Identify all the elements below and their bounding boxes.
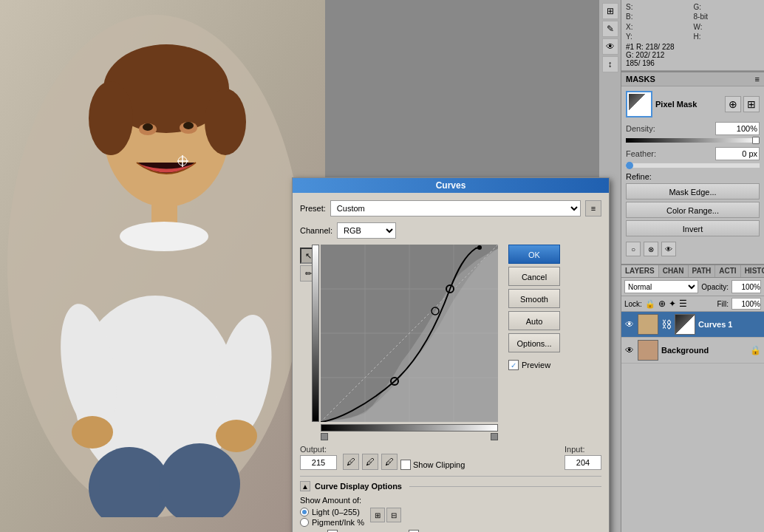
svg-point-16 [72,416,113,449]
light-label: Light (0–255) [312,508,360,516]
preview-label: Preview [522,361,550,369]
tab-paths[interactable]: PATH [689,265,716,277]
eyedropper-gray-btn[interactable]: 🖊 [362,454,378,470]
curves-main-area: ↖ ✏ [300,245,601,442]
feather-input[interactable] [715,147,760,160]
mask-icon-1[interactable]: ○ [626,242,641,256]
show-amount-group: Show Amount of: Light (0–255) Pigment/In… [300,496,364,527]
section-toggle-btn[interactable]: ▲ [300,481,310,491]
color-range-btn[interactable]: Color Range... [626,202,760,218]
curves1-thumb [638,314,658,335]
tab-actions[interactable]: ACTI [715,265,740,277]
layer-item-background[interactable]: 👁 Background 🔒 [621,338,764,364]
blend-mode-select[interactable]: Normal [624,280,698,293]
preset-options-btn[interactable]: ≡ [585,200,601,216]
pixel-mask-label: Pixel Mask [655,100,697,109]
lock-icon[interactable]: 🔒 [645,299,655,309]
bottom-gradient-bar [321,424,498,432]
tool-btn-3[interactable]: 👁 [602,38,618,55]
h-label: H: [694,33,760,41]
auto-btn[interactable]: Auto [508,311,560,330]
pigment-radio[interactable] [300,518,309,527]
tab-history[interactable]: HISTC [741,265,764,277]
ok-btn[interactable]: OK [508,245,560,264]
mask-thumbnail [626,91,652,117]
lock-label: Lock: [624,300,642,308]
background-lock-icon: 🔒 [750,345,761,355]
output-value[interactable] [300,455,337,470]
pigment-radio-row: Pigment/Ink % [300,518,364,527]
left-gradient-bar [312,245,319,422]
mask-edge-btn[interactable]: Mask Edge... [626,183,760,200]
invert-btn[interactable]: Invert [626,220,760,236]
tool-btn-4[interactable]: ↕ [602,56,618,72]
background-thumb [638,340,658,361]
mask-icon-3[interactable]: 👁 [661,242,676,256]
input-value[interactable] [565,455,601,470]
show-clipping-checkbox[interactable] [400,460,411,470]
input-right-handle[interactable] [491,433,498,440]
lock-icon-4[interactable]: ☰ [679,299,687,309]
eyedropper-white-btn[interactable]: 🖊 [381,454,398,470]
mask-icon-2[interactable]: ⊗ [644,242,658,256]
options-btn[interactable]: Options... [508,333,560,352]
channel-row: Channel: RGB [300,222,601,239]
w-label: W: [694,23,760,31]
tool-btn-1[interactable]: ⊞ [602,3,618,19]
mask-add-btn[interactable]: ⊕ [725,96,741,112]
layers-panel: LAYERS CHAN PATH ACTI HISTC ≡ Normal Opa… [621,264,764,364]
curves-graph[interactable] [321,245,498,422]
feather-label: Feather: [626,149,656,158]
eyedropper-black-btn[interactable]: 🖊 [343,454,359,470]
input-left-handle[interactable] [321,433,328,440]
channel-label: Channel: [300,226,332,235]
feather-slider-handle[interactable] [626,162,633,169]
tab-channels[interactable]: CHAN [659,265,689,277]
cancel-btn[interactable]: Cancel [508,267,560,286]
workspace: ⊞ ✎ 👁 ↕ S: G: B: 8-bit X: W: Y: H: #1 R:… [0,0,764,532]
display-options-content: Show Amount of: Light (0–255) Pigment/In… [300,496,601,527]
y-coord: Y: [626,33,692,41]
masks-panel: MASKS ≡ Pixel Mask ⊕ ⊞ Density: [621,71,764,264]
density-slider-handle[interactable] [752,137,760,144]
mask-options-btn[interactable]: ⊞ [743,96,760,112]
right-panel: S: G: B: 8-bit X: W: Y: H: #1 R: 218/ 22… [621,0,764,532]
masks-menu-icon[interactable]: ≡ [755,75,760,83]
density-input[interactable] [715,122,760,135]
channel-select[interactable]: RGB [337,222,396,239]
tab-layers[interactable]: LAYERS [621,265,659,277]
show-clipping-label: Show Clipping [413,460,465,469]
dialog-body: Preset: Custom ≡ Channel: RGB ↖ ✏ [293,193,609,532]
graph-wrapper [321,245,498,442]
smooth-btn[interactable]: Smooth [508,289,560,308]
density-slider-track[interactable] [626,138,760,143]
s-label: S: [626,3,692,11]
mask-thumb-inner [629,94,649,115]
tool-btn-2[interactable]: ✎ [602,21,618,37]
svg-point-17 [216,420,257,452]
refine-label: Refine: [626,172,760,181]
input-label: Input: [565,445,601,454]
show-amount-label: Show Amount of: [300,496,361,505]
lock-icon-3[interactable]: ✦ [669,299,676,309]
grid-4x4-icon[interactable]: ⊞ [370,508,385,522]
fill-input[interactable] [731,298,761,310]
layers-tabs: LAYERS CHAN PATH ACTI HISTC ≡ [621,265,764,278]
svg-point-4 [89,81,133,155]
light-radio[interactable] [300,508,309,516]
input-group: Input: [565,445,601,470]
opacity-input[interactable] [731,280,761,293]
b-label: B: [626,13,692,21]
masks-label: MASKS [626,75,655,83]
curves1-visibility[interactable]: 👁 [624,319,635,330]
layer-item-curves1[interactable]: 👁 ⛓ Curves 1 [621,312,764,338]
grid-icons: ⊞ ⊟ [370,508,401,522]
lock-icon-2[interactable]: ⊕ [658,299,666,309]
feather-slider-track[interactable] [626,163,760,168]
grid-10x10-icon[interactable]: ⊟ [386,508,401,522]
radio-group: Light (0–255) Pigment/Ink % [300,508,364,527]
feather-row: Feather: [626,147,760,160]
background-visibility[interactable]: 👁 [624,345,635,355]
preview-checkbox[interactable] [508,360,519,370]
preset-select[interactable]: Custom [330,200,581,216]
